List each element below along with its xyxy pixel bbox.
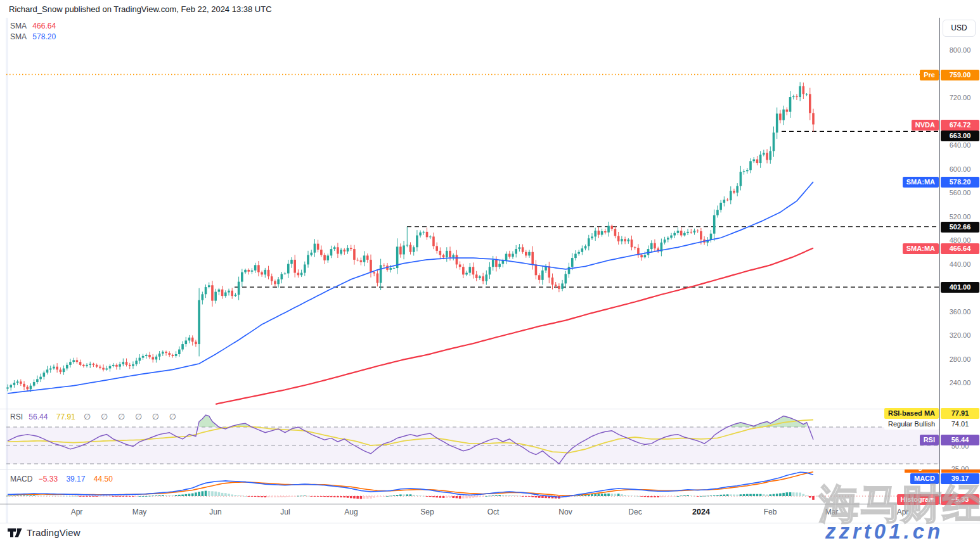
rsi-legend-name: RSI: [10, 412, 23, 421]
rsi-pane-drawing: [6, 415, 939, 464]
published-bar: Richard_Snow published on TradingView.co…: [0, 0, 980, 18]
time-axis-month-label: 2024: [692, 508, 710, 516]
tradingview-brand-text: TradingView: [27, 527, 81, 538]
candles: [6, 82, 815, 392]
price-tick: 360.00: [941, 307, 979, 316]
sma-200-line: [216, 248, 813, 404]
rsi-ma-line: [8, 420, 813, 453]
rsi-line: [8, 415, 813, 464]
tradingview-published-chart: Richard_Snow published on TradingView.co…: [0, 0, 980, 543]
sma-legend-1-label: SMA: [10, 22, 27, 30]
price-axis-border: [939, 18, 940, 504]
sma-legend-2-value: 578.20: [32, 32, 56, 41]
premarket-price-label: 759.00: [941, 70, 979, 80]
macd-signal-line: [8, 472, 813, 495]
time-axis-month-label: May: [132, 508, 147, 516]
level-663-label: 663.00: [941, 131, 979, 141]
time-axis-month-label: Jul: [280, 508, 290, 516]
sma-fast-value-label: 578.20: [941, 177, 979, 188]
time-axis-month-label: Dec: [628, 508, 642, 516]
watermark-url: zzrt01.cn: [825, 520, 943, 543]
premarket-tag: Pre: [920, 70, 939, 80]
rsi-legend-hidden-values: ∅ ∅ ∅ ∅ ∅ ∅: [84, 412, 180, 421]
pane-separator-rsi-macd[interactable]: [0, 469, 980, 470]
published-byline: Richard_Snow published on TradingView.co…: [9, 4, 272, 14]
time-axis-month-label: Oct: [487, 508, 500, 516]
chart-canvas[interactable]: [0, 0, 980, 543]
sma-slow-value-label: 466.64: [941, 243, 979, 254]
price-tick: 600.00: [941, 165, 979, 174]
currency-button[interactable]: USD: [943, 20, 976, 37]
price-tick: 280.00: [941, 355, 979, 364]
macd-line: [8, 472, 813, 497]
tradingview-logo-icon: [8, 528, 22, 538]
time-axis-month-label: Aug: [344, 508, 358, 516]
last-price-label: 674.72: [941, 120, 979, 131]
macd-legend-macd-value: 39.17: [66, 475, 85, 483]
time-axis-month-label: Sep: [420, 508, 434, 516]
macd-signal-value-label: 44.50: [941, 470, 980, 473]
sma-legend-2-label: SMA: [10, 32, 27, 41]
level-401-label: 401.00: [941, 282, 979, 293]
price-tick: 520.00: [941, 212, 979, 221]
pane-separator-price-rsi[interactable]: [0, 409, 980, 409]
sma-legend-1: SMA 466.64: [10, 22, 56, 30]
time-axis-month-label: Jun: [209, 508, 221, 516]
sma-legend-1-value: 466.64: [32, 22, 56, 30]
tradingview-logo-link[interactable]: TradingView: [8, 527, 81, 538]
macd-signal-tag: Signal: [905, 470, 939, 473]
rsi-ma-value-label: 77.91: [941, 408, 979, 419]
sma-slow-tag: SMA:MA: [903, 243, 939, 254]
price-tick: 640.00: [941, 141, 979, 150]
macd-signal-label-clipped: Signal 44.50: [905, 470, 980, 473]
price-tick: 800.00: [941, 46, 979, 54]
price-tick: 320.00: [941, 331, 979, 340]
rsi-legend-value: 56.44: [29, 412, 48, 421]
rsi-legend-ma-value: 77.91: [56, 412, 75, 421]
rsi-tag: RSI: [920, 435, 939, 445]
macd-legend-name: MACD: [10, 475, 32, 483]
macd-legend-hist-value: −5.33: [39, 475, 58, 483]
macd-legend-signal-value: 44.50: [94, 475, 113, 483]
macd-legend: MACD −5.33 39.17 44.50: [10, 475, 113, 483]
sma-legend-2: SMA 578.20: [10, 32, 56, 41]
price-tick: 720.00: [941, 93, 979, 102]
rsi-legend: RSI 56.44 77.91 ∅ ∅ ∅ ∅ ∅ ∅: [10, 412, 180, 421]
time-axis-month-label: Nov: [558, 508, 572, 516]
price-tick: 240.00: [941, 378, 979, 387]
sma-fast-tag: SMA:MA: [903, 177, 939, 188]
chart-left-edge: [6, 18, 8, 523]
macd-pane-drawing: [6, 472, 939, 500]
level-502-label: 502.66: [941, 222, 979, 233]
symbol-tag: NVDA: [912, 120, 939, 131]
rsi-divergence-tag: Regular Bullish: [884, 419, 939, 430]
price-tick: 440.00: [941, 260, 979, 269]
rsi-divergence-value-label: 74.01: [941, 419, 979, 430]
rsi-value-label: 56.44: [941, 435, 979, 445]
time-axis-month-label: Apr: [71, 508, 83, 516]
sma-50-line: [8, 182, 813, 393]
time-axis-month-label: Feb: [764, 508, 777, 516]
price-tick: 560.00: [941, 188, 979, 197]
rsi-ma-tag: RSI-based MA: [884, 408, 939, 419]
